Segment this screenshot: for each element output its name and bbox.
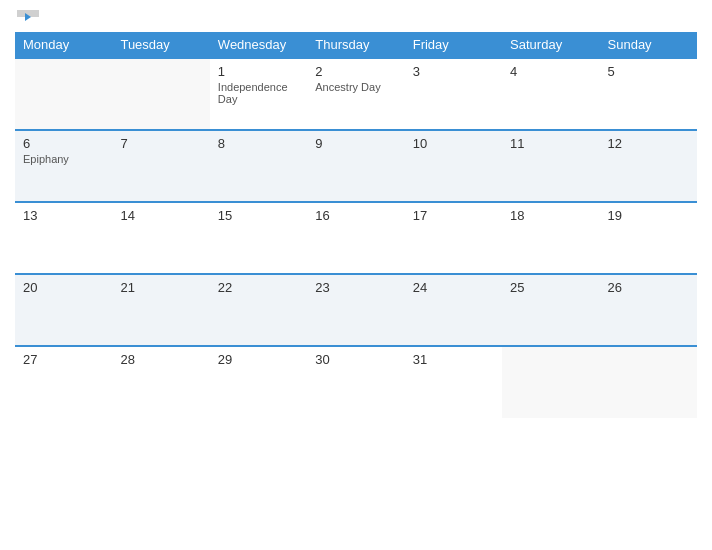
calendar-cell: 30: [307, 346, 404, 418]
day-number: 24: [413, 280, 494, 295]
calendar-week-4: 20212223242526: [15, 274, 697, 346]
calendar-cell: 23: [307, 274, 404, 346]
calendar-week-3: 13141516171819: [15, 202, 697, 274]
calendar-cell: 29: [210, 346, 307, 418]
calendar-cell: 26: [600, 274, 697, 346]
calendar-cell: 28: [112, 346, 209, 418]
calendar-cell: [502, 346, 599, 418]
calendar-cell: 20: [15, 274, 112, 346]
calendar-week-2: 6Epiphany789101112: [15, 130, 697, 202]
calendar-cell: 8: [210, 130, 307, 202]
logo: [15, 10, 39, 24]
day-number: 27: [23, 352, 104, 367]
calendar-cell: 21: [112, 274, 209, 346]
calendar-week-5: 2728293031: [15, 346, 697, 418]
calendar-cell: 5: [600, 58, 697, 130]
calendar-cell: 12: [600, 130, 697, 202]
calendar-cell: 27: [15, 346, 112, 418]
day-number: 26: [608, 280, 689, 295]
day-number: 20: [23, 280, 104, 295]
day-number: 9: [315, 136, 396, 151]
calendar-cell: 24: [405, 274, 502, 346]
calendar-cell: 7: [112, 130, 209, 202]
calendar-cell: 13: [15, 202, 112, 274]
calendar-grid: MondayTuesdayWednesdayThursdayFridaySatu…: [15, 32, 697, 418]
calendar-cell: 17: [405, 202, 502, 274]
day-number: 21: [120, 280, 201, 295]
col-header-friday: Friday: [405, 32, 502, 58]
day-number: 8: [218, 136, 299, 151]
holiday-name: Epiphany: [23, 153, 104, 165]
day-number: 30: [315, 352, 396, 367]
calendar-cell: 11: [502, 130, 599, 202]
day-number: 5: [608, 64, 689, 79]
calendar-cell: [15, 58, 112, 130]
day-number: 22: [218, 280, 299, 295]
day-number: 31: [413, 352, 494, 367]
holiday-name: Independence Day: [218, 81, 299, 105]
calendar-cell: 1Independence Day: [210, 58, 307, 130]
day-number: 2: [315, 64, 396, 79]
day-number: 16: [315, 208, 396, 223]
calendar-cell: 18: [502, 202, 599, 274]
calendar-cell: 6Epiphany: [15, 130, 112, 202]
day-number: 11: [510, 136, 591, 151]
day-number: 19: [608, 208, 689, 223]
calendar-cell: 3: [405, 58, 502, 130]
day-number: 23: [315, 280, 396, 295]
day-number: 18: [510, 208, 591, 223]
day-number: 7: [120, 136, 201, 151]
day-number: 29: [218, 352, 299, 367]
col-header-sunday: Sunday: [600, 32, 697, 58]
calendar-header-row: MondayTuesdayWednesdayThursdayFridaySatu…: [15, 32, 697, 58]
col-header-monday: Monday: [15, 32, 112, 58]
calendar-cell: 10: [405, 130, 502, 202]
calendar-cell: 22: [210, 274, 307, 346]
day-number: 28: [120, 352, 201, 367]
day-number: 15: [218, 208, 299, 223]
day-number: 13: [23, 208, 104, 223]
calendar-cell: 4: [502, 58, 599, 130]
day-number: 14: [120, 208, 201, 223]
day-number: 6: [23, 136, 104, 151]
col-header-tuesday: Tuesday: [112, 32, 209, 58]
calendar-cell: [600, 346, 697, 418]
calendar-cell: [112, 58, 209, 130]
calendar-cell: 2Ancestry Day: [307, 58, 404, 130]
calendar-cell: 14: [112, 202, 209, 274]
holiday-name: Ancestry Day: [315, 81, 396, 93]
col-header-saturday: Saturday: [502, 32, 599, 58]
day-number: 10: [413, 136, 494, 151]
day-number: 3: [413, 64, 494, 79]
logo-flag-icon: [17, 10, 39, 24]
day-number: 17: [413, 208, 494, 223]
calendar-cell: 19: [600, 202, 697, 274]
col-header-wednesday: Wednesday: [210, 32, 307, 58]
calendar-cell: 31: [405, 346, 502, 418]
day-number: 4: [510, 64, 591, 79]
calendar-header: [15, 10, 697, 24]
calendar-cell: 25: [502, 274, 599, 346]
day-number: 1: [218, 64, 299, 79]
calendar-container: MondayTuesdayWednesdayThursdayFridaySatu…: [0, 0, 712, 550]
calendar-cell: 9: [307, 130, 404, 202]
day-number: 12: [608, 136, 689, 151]
day-number: 25: [510, 280, 591, 295]
calendar-cell: 15: [210, 202, 307, 274]
calendar-week-1: 1Independence Day2Ancestry Day345: [15, 58, 697, 130]
calendar-cell: 16: [307, 202, 404, 274]
col-header-thursday: Thursday: [307, 32, 404, 58]
